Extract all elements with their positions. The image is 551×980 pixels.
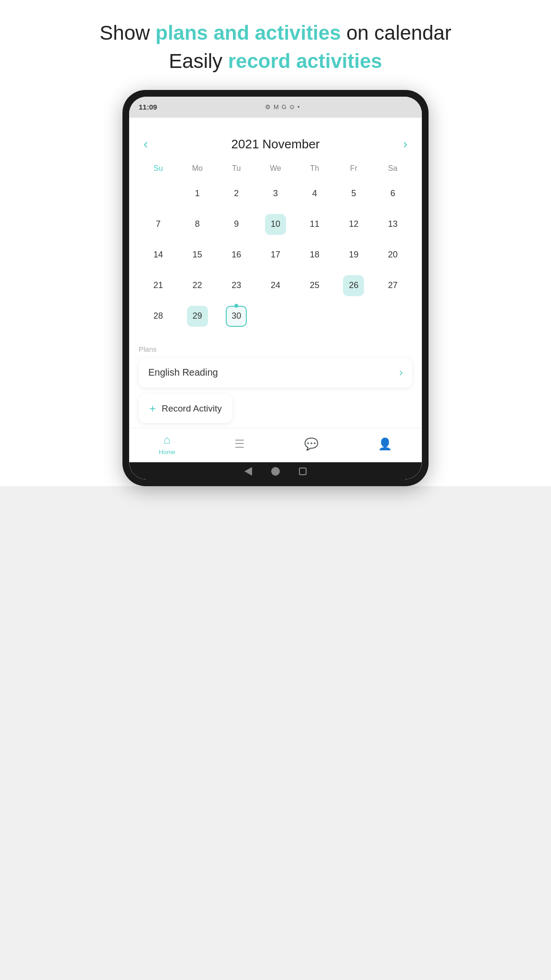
prev-month-button[interactable]: ‹ <box>139 137 153 151</box>
day-cell[interactable] <box>256 302 295 331</box>
headline-suffix1: on calendar <box>341 22 452 44</box>
day-cell[interactable]: 3 <box>256 179 295 208</box>
day-cell[interactable]: 28 <box>139 302 178 331</box>
nav-item-profile[interactable]: 👤 <box>378 437 392 451</box>
day-number: 25 <box>304 275 325 296</box>
day-cell[interactable]: 5 <box>334 179 374 208</box>
day-cell[interactable]: 14 <box>139 241 178 269</box>
day-number: 12 <box>343 214 364 235</box>
nav-item-chat[interactable]: 💬 <box>304 437 319 451</box>
day-number: 22 <box>187 275 208 296</box>
day-header-sa: Sa <box>373 161 412 176</box>
headline-accent2: record activities <box>228 50 382 72</box>
next-month-button[interactable]: › <box>398 137 412 151</box>
day-cell[interactable]: 9 <box>217 210 256 239</box>
status-bar: 11:09 ⚙ M G ⊙ • <box>129 97 422 118</box>
gesture-bar <box>129 462 422 479</box>
day-cell[interactable]: 17 <box>256 241 295 269</box>
day-cell[interactable]: 6 <box>373 179 412 208</box>
day-number: 2 <box>226 183 247 204</box>
status-time: 11:09 <box>139 103 157 111</box>
chat-icon: 💬 <box>304 437 319 451</box>
bottom-nav: ⌂ Home ☰ 💬 👤 <box>129 428 422 462</box>
day-cell[interactable] <box>334 302 374 331</box>
day-number: 27 <box>382 275 403 296</box>
day-cell[interactable]: 12 <box>334 210 374 239</box>
app-content: ‹ 2021 November › Su Mo Tu We Th Fr Sa <box>129 118 422 428</box>
day-number: 29 <box>187 306 208 327</box>
day-cell[interactable]: 26 <box>334 271 374 300</box>
headline-line2: Easily record activities <box>99 47 451 76</box>
list-icon: ☰ <box>234 437 245 451</box>
nav-item-home[interactable]: ⌂ Home <box>159 433 176 456</box>
day-cell[interactable]: 23 <box>217 271 256 300</box>
nav-item-list[interactable]: ☰ <box>234 437 245 451</box>
headline-line1: Show plans and activities on calendar <box>99 19 451 47</box>
headline-prefix1: Show <box>99 22 155 44</box>
day-cell[interactable]: 10 <box>256 210 295 239</box>
headline-prefix2: Easily <box>169 50 228 72</box>
day-cell[interactable]: 8 <box>178 210 217 239</box>
day-number: 9 <box>226 214 247 235</box>
day-header-tu: Tu <box>217 161 256 176</box>
day-number: 6 <box>382 183 403 204</box>
headline: Show plans and activities on calendar Ea… <box>80 19 470 76</box>
gmail-icon: M <box>274 103 279 111</box>
day-number: 15 <box>187 245 208 266</box>
back-gesture-icon <box>244 467 252 476</box>
day-cell[interactable]: 30 <box>217 302 256 331</box>
phone-frame: 11:09 ⚙ M G ⊙ • <box>122 90 429 486</box>
day-cell[interactable]: 4 <box>295 179 334 208</box>
settings-icon: ⚙ <box>265 103 271 111</box>
day-number: 8 <box>187 214 208 235</box>
day-cell[interactable]: 7 <box>139 210 178 239</box>
day-number: 30 <box>226 306 247 327</box>
day-cell[interactable]: 15 <box>178 241 217 269</box>
day-cell[interactable]: 2 <box>217 179 256 208</box>
day-cell[interactable]: 21 <box>139 271 178 300</box>
day-cell[interactable]: 13 <box>373 210 412 239</box>
days-grid: 1234567891011121314151617181920212223242… <box>139 179 412 331</box>
vpn-icon: ⊙ <box>289 103 295 111</box>
record-activity-button[interactable]: + Record Activity <box>139 394 232 423</box>
day-header-we: We <box>256 161 295 176</box>
day-header-mo: Mo <box>178 161 217 176</box>
day-cell[interactable]: 20 <box>373 241 412 269</box>
google-icon: G <box>282 103 287 111</box>
phone-screen: 11:09 ⚙ M G ⊙ • <box>129 97 422 479</box>
day-number: 16 <box>226 245 247 266</box>
home-gesture-icon <box>271 467 280 476</box>
page-wrapper: Show plans and activities on calendar Ea… <box>0 0 551 486</box>
day-number: 7 <box>148 214 169 235</box>
day-cell[interactable] <box>295 302 334 331</box>
day-cell[interactable] <box>373 302 412 331</box>
day-cell[interactable]: 11 <box>295 210 334 239</box>
day-number: 14 <box>148 245 169 266</box>
day-number: 11 <box>304 214 325 235</box>
day-number: 17 <box>265 245 286 266</box>
day-headers: Su Mo Tu We Th Fr Sa <box>139 161 412 176</box>
recents-gesture-icon <box>299 468 307 475</box>
plan-title: English Reading <box>148 367 218 378</box>
calendar-header: ‹ 2021 November › <box>139 137 412 152</box>
day-cell[interactable]: 1 <box>178 179 217 208</box>
status-right-icons <box>408 103 412 111</box>
day-cell[interactable] <box>139 179 178 208</box>
day-cell[interactable]: 18 <box>295 241 334 269</box>
day-cell[interactable]: 24 <box>256 271 295 300</box>
day-number: 23 <box>226 275 247 296</box>
plus-icon: + <box>149 402 156 415</box>
day-header-su: Su <box>139 161 178 176</box>
day-cell[interactable]: 27 <box>373 271 412 300</box>
plans-label: Plans <box>139 345 412 353</box>
day-cell[interactable]: 25 <box>295 271 334 300</box>
day-number: 13 <box>382 214 403 235</box>
dot-icon: • <box>298 103 300 111</box>
plan-card[interactable]: English Reading › <box>139 358 412 388</box>
day-cell[interactable]: 22 <box>178 271 217 300</box>
day-cell[interactable]: 29 <box>178 302 217 331</box>
day-header-th: Th <box>295 161 334 176</box>
day-cell[interactable]: 19 <box>334 241 374 269</box>
day-number: 1 <box>187 183 208 204</box>
day-cell[interactable]: 16 <box>217 241 256 269</box>
